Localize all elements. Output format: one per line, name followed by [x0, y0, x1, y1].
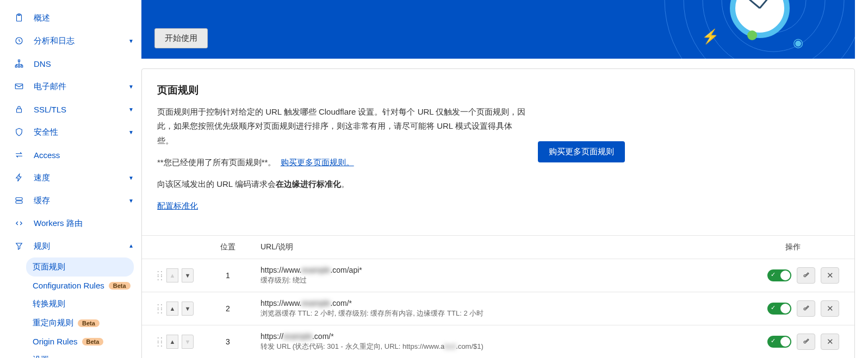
delete-button[interactable]: ✕	[821, 300, 839, 317]
move-up-button[interactable]: ▲	[166, 335, 178, 349]
row-position: 2	[195, 304, 261, 313]
sidebar-sub-redirect[interactable]: 重定向规则Beta	[33, 313, 141, 332]
sidebar-item-security[interactable]: 安全性 ▼	[0, 121, 141, 143]
col-actions: 操作	[747, 242, 839, 252]
clipboard-icon	[13, 12, 25, 24]
sidebar-item-ssl[interactable]: SSL/TLS ▼	[0, 98, 141, 121]
card-description: 页面规则用于控制针对给定的 URL 触发哪些 Cloudflare 设置。针对每…	[157, 105, 527, 148]
row-desc: 缓存级别: 绕过	[261, 275, 747, 285]
buy-more-button[interactable]: 购买更多页面规则	[538, 141, 625, 162]
svg-rect-6	[21, 66, 23, 67]
move-down-button[interactable]: ▼	[182, 302, 194, 316]
sidebar-item-label: 规则	[34, 241, 50, 252]
sidebar: 概述 分析和日志 ▼ DNS 电子邮件 ▼ SSL/TLS ▼ 安全性 ▼ Ac…	[0, 0, 141, 358]
page-rules-card: 页面规则 页面规则用于控制针对给定的 URL 触发哪些 Cloudflare 设…	[141, 68, 855, 358]
main: 开始使用 ⚡ ◉ 页面规则 页面规则用于控制针对给定的 URL 触发哪些 Clo…	[141, 0, 868, 358]
sidebar-item-cache[interactable]: 缓存 ▼	[0, 189, 141, 212]
chevron-down-icon: ▼	[128, 129, 134, 135]
sidebar-sub-origin[interactable]: Origin RulesBeta	[33, 332, 141, 350]
sidebar-item-dns[interactable]: DNS	[0, 52, 141, 75]
edit-button[interactable]	[797, 300, 815, 317]
move-down-button: ▼	[182, 335, 194, 349]
beta-badge: Beta	[78, 319, 100, 327]
row-desc: 转发 URL (状态代码: 301 - 永久重定向, URL: https://…	[261, 342, 747, 351]
col-position: 位置	[195, 242, 261, 252]
lock-icon	[13, 103, 25, 115]
move-up-button[interactable]: ▲	[166, 302, 178, 316]
sidebar-sub-config-rules[interactable]: Configuration RulesBeta	[33, 277, 141, 294]
sidebar-item-label: Workers 路由	[34, 218, 83, 229]
buy-more-link[interactable]: 购买更多页面规则。	[281, 158, 354, 167]
sidebar-item-label: 速度	[34, 173, 50, 183]
server-icon	[13, 194, 25, 206]
svg-rect-5	[18, 66, 20, 67]
row-url: https://www.example.com/api*	[261, 266, 747, 274]
network-icon	[13, 58, 25, 70]
card-used-line: **您已经使用了所有页面规则**。 购买更多页面规则。	[157, 155, 527, 169]
sidebar-item-overview[interactable]: 概述	[0, 7, 141, 29]
pin-decoration-icon: ◉	[793, 36, 803, 50]
sidebar-item-analytics[interactable]: 分析和日志 ▼	[0, 29, 141, 52]
bolt-decoration-icon: ⚡	[702, 28, 719, 45]
svg-rect-7	[15, 84, 23, 89]
row-url: https://example.com/*	[261, 332, 747, 341]
row-desc: 浏览器缓存 TTL: 2 小时, 缓存级别: 缓存所有内容, 边缘缓存 TTL:…	[261, 309, 747, 318]
row-url: https://www.example.com/*	[261, 299, 747, 307]
funnel-icon	[13, 240, 25, 252]
mail-icon	[13, 80, 25, 92]
table-row: ∷∷ ▲ ▼ 3 https://example.com/* 转发 URL (状…	[142, 325, 854, 358]
sidebar-item-label: SSL/TLS	[34, 105, 66, 114]
sidebar-item-label: 安全性	[34, 127, 58, 137]
enable-toggle[interactable]: ✓	[767, 269, 791, 281]
sidebar-item-speed[interactable]: 速度 ▼	[0, 166, 141, 189]
start-button[interactable]: 开始使用	[154, 28, 208, 48]
sidebar-item-label: 缓存	[34, 196, 50, 206]
chevron-down-icon: ▼	[128, 175, 134, 181]
svg-rect-4	[15, 66, 17, 67]
smile-decoration-icon	[747, 30, 757, 40]
sidebar-item-label: 电子邮件	[34, 81, 66, 92]
chevron-down-icon: ▼	[128, 84, 134, 90]
move-up-button: ▲	[166, 268, 178, 282]
code-icon	[13, 217, 25, 229]
svg-rect-8	[17, 109, 22, 112]
edit-button[interactable]	[797, 267, 815, 284]
clock-icon	[13, 35, 25, 47]
enable-toggle[interactable]: ✓	[767, 303, 791, 315]
card-norm-line: 向该区域发出的 URL 编码请求会在边缘进行标准化。	[157, 177, 527, 191]
sidebar-item-label: DNS	[34, 59, 51, 68]
svg-rect-9	[16, 198, 22, 200]
sidebar-sub-page-rules[interactable]: 页面规则	[26, 257, 134, 277]
move-down-button[interactable]: ▼	[182, 268, 194, 282]
chevron-down-icon: ▼	[128, 38, 134, 44]
card-title: 页面规则	[157, 83, 527, 97]
sidebar-item-access[interactable]: Access	[0, 143, 141, 166]
swap-icon	[13, 149, 25, 161]
enable-toggle[interactable]: ✓	[767, 336, 791, 348]
delete-button[interactable]: ✕	[821, 334, 839, 350]
shield-icon	[13, 126, 25, 138]
sidebar-sub-settings[interactable]: 设置	[33, 350, 141, 358]
sidebar-sub-transform[interactable]: 转换规则	[33, 294, 141, 313]
chevron-down-icon: ▼	[128, 198, 134, 204]
table-row: ∷∷ ▲ ▼ 2 https://www.example.com/* 浏览器缓存…	[142, 292, 854, 325]
sidebar-item-label: Access	[34, 150, 60, 160]
table-row: ∷∷ ▲ ▼ 1 https://www.example.com/api* 缓存…	[142, 259, 854, 292]
bolt-icon	[13, 172, 25, 184]
sidebar-item-rules[interactable]: 规则 ▼	[0, 235, 141, 257]
delete-button[interactable]: ✕	[821, 267, 839, 284]
beta-badge: Beta	[109, 282, 131, 290]
drag-handle-icon[interactable]: ∷∷	[157, 271, 163, 280]
sidebar-item-email[interactable]: 电子邮件 ▼	[0, 75, 141, 98]
edit-button[interactable]	[797, 334, 815, 350]
chevron-down-icon: ▼	[128, 106, 134, 112]
col-description: URL/说明	[261, 242, 747, 252]
drag-handle-icon[interactable]: ∷∷	[157, 337, 163, 347]
row-position: 1	[195, 271, 261, 280]
hero-banner: 开始使用 ⚡ ◉	[141, 0, 855, 59]
sidebar-item-label: 分析和日志	[34, 36, 75, 46]
drag-handle-icon[interactable]: ∷∷	[157, 304, 163, 313]
sidebar-item-workers[interactable]: Workers 路由	[0, 212, 141, 235]
row-position: 3	[195, 337, 261, 346]
configure-norm-link[interactable]: 配置标准化	[157, 201, 198, 210]
